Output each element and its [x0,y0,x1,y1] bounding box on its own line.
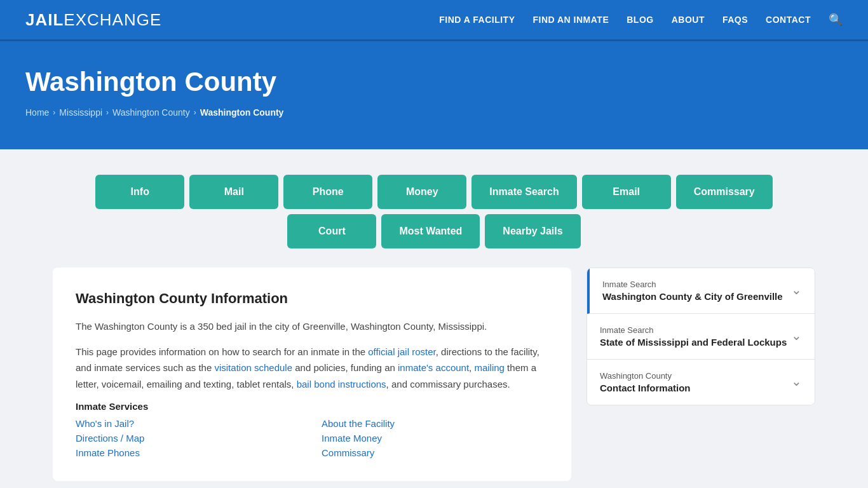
tabs-row-2: Court Most Wanted Nearby Jails [287,214,580,248]
content-paragraph-2: This page provides information on how to… [76,344,548,393]
sidebar-item-washington-county-greenville[interactable]: Inmate Search Washington County & City o… [587,268,815,314]
sidebar-item-label-1: Inmate Search [602,280,783,289]
breadcrumb-sep-2: › [106,108,109,117]
search-icon: 🔍 [829,13,843,26]
sidebar-item-contact-info[interactable]: Washington County Contact Information ⌄ [587,360,815,405]
service-directions-map[interactable]: Directions / Map [76,433,302,444]
sidebar: Inmate Search Washington County & City o… [587,268,815,405]
tab-court[interactable]: Court [287,214,376,248]
logo: JAILEXCHANGE [25,10,161,30]
link-official-jail-roster[interactable]: official jail roster [368,346,435,357]
nav-contact[interactable]: CONTACT [766,15,811,25]
header: JAILEXCHANGE FIND A FACILITY FIND AN INM… [0,0,868,41]
tab-email[interactable]: Email [582,175,671,209]
tab-mail[interactable]: Mail [189,175,278,209]
sidebar-item-state-federal[interactable]: Inmate Search State of Mississippi and F… [587,314,815,360]
main-content: Washington County Information The Washin… [53,268,571,481]
hero-section: Washington County Home › Mississippi › W… [0,41,868,149]
tabs-row-1: Info Mail Phone Money Inmate Search Emai… [95,175,772,209]
tab-most-wanted[interactable]: Most Wanted [381,214,480,248]
breadcrumb: Home › Mississippi › Washington County ›… [25,107,843,118]
main-nav: FIND A FACILITY FIND AN INMATE BLOG ABOU… [439,13,843,27]
sidebar-item-title-2: State of Mississippi and Federal Lockups [600,337,787,348]
tab-money[interactable]: Money [377,175,466,209]
logo-exchange-text: EXCHANGE [64,10,161,29]
breadcrumb-home[interactable]: Home [25,107,49,118]
service-commissary[interactable]: Commissary [322,447,548,458]
content-title: Washington County Information [76,290,548,307]
chevron-down-icon-3: ⌄ [791,374,802,389]
tab-inmate-search[interactable]: Inmate Search [471,175,576,209]
breadcrumb-sep-1: › [53,108,55,117]
main-area: Info Mail Phone Money Inmate Search Emai… [27,149,841,488]
tab-commissary[interactable]: Commissary [676,175,773,209]
link-visitation-schedule[interactable]: visitation schedule [214,362,292,373]
content-paragraph-1: The Washington County is a 350 bed jail … [76,318,548,335]
nav-find-facility[interactable]: FIND A FACILITY [439,15,515,25]
breadcrumb-sep-3: › [194,108,196,117]
tab-info[interactable]: Info [95,175,184,209]
breadcrumb-washington-county[interactable]: Washington County [112,107,190,118]
tab-phone[interactable]: Phone [283,175,372,209]
link-bail-bond[interactable]: bail bond instructions [297,379,386,390]
chevron-down-icon-1: ⌄ [791,282,802,297]
tabs-container: Info Mail Phone Money Inmate Search Emai… [53,175,815,248]
nav-faqs[interactable]: FAQs [722,15,748,25]
breadcrumb-current: Washington County [200,107,284,118]
sidebar-item-title-1: Washington County & City of Greenville [602,291,783,302]
sidebar-item-label-3: Washington County [600,371,691,381]
link-inmate-account[interactable]: inmate's account [398,362,469,373]
content-grid: Washington County Information The Washin… [53,268,815,481]
nav-blog[interactable]: BLOG [627,15,653,25]
services-grid: Who's in Jail? About the Facility Direct… [76,418,548,458]
link-mailing[interactable]: mailing [474,362,505,373]
search-button[interactable]: 🔍 [829,13,843,27]
sidebar-item-title-3: Contact Information [600,383,691,393]
service-whos-in-jail[interactable]: Who's in Jail? [76,418,302,429]
service-inmate-phones[interactable]: Inmate Phones [76,447,302,458]
nav-about[interactable]: ABOUT [672,15,705,25]
service-inmate-money[interactable]: Inmate Money [322,433,548,444]
breadcrumb-mississippi[interactable]: Mississippi [59,107,102,118]
nav-find-inmate[interactable]: FIND AN INMATE [532,15,609,25]
service-about-facility[interactable]: About the Facility [322,418,548,429]
tab-nearby-jails[interactable]: Nearby Jails [485,214,580,248]
page-title: Washington County [25,67,843,97]
sidebar-item-label-2: Inmate Search [600,325,787,335]
chevron-down-icon-2: ⌄ [791,328,802,343]
inmate-services-heading: Inmate Services [76,401,548,412]
logo-jail-text: JAIL [25,10,64,29]
